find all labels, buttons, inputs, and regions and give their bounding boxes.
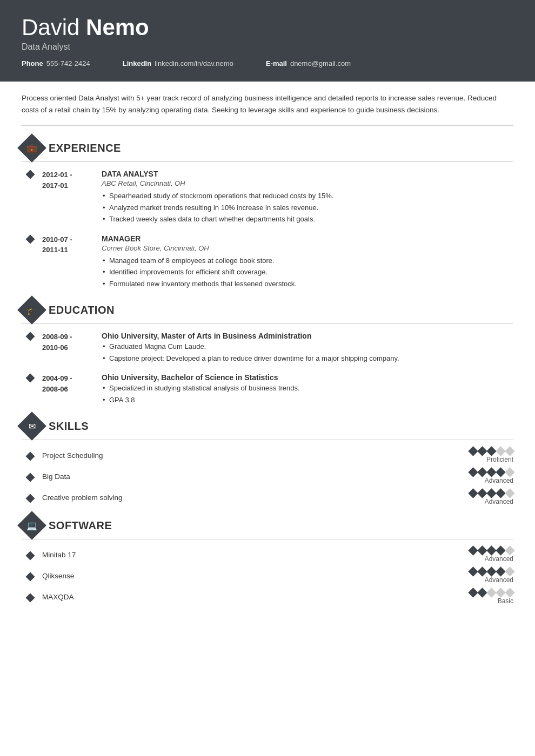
briefcase-icon: 💼 [26,143,37,153]
skill-name-0: Project Scheduling [42,451,454,460]
diamond-filled [477,489,487,498]
skill-name-1: Big Data [42,473,454,481]
diamond-filled [486,567,496,577]
bullet-item: Specialized in studying statistical anal… [102,383,513,394]
job-title-2: MANAGER [102,234,513,243]
skill-name-2: Creative problem solving [42,494,454,502]
monitor-icon: 💻 [26,521,37,531]
skill-level-2: Advanced [485,498,513,505]
phone-label: Phone [22,59,43,68]
skills-title: SKILLS [49,420,89,433]
diamond-icon [26,234,35,244]
diamond-filled [477,468,487,477]
skill-diamonds-2 [470,490,513,497]
diamond-icon [26,494,35,503]
bullet-item: Tracked weekly sales data to chart wheth… [102,214,513,225]
linkedin-value: linkedin.com/in/dav.nemo [155,59,233,68]
linkedin-label: LinkedIn [123,59,151,68]
software-entry-0: Minitab 17 Advanced [22,547,513,563]
sw-rating-1: Advanced [454,568,513,584]
edu-content-2: Ohio University, Bachelor of Science in … [102,373,513,406]
candidate-title: Data Analyst [22,42,513,52]
diamond-filled [496,468,505,477]
entry-content-1: DATA ANALYST ABC Retail, Cincinnati, OH … [102,170,513,226]
sw-diamonds-1 [470,568,513,575]
diamond-empty [496,588,505,598]
diamond-filled [496,546,505,556]
diamond-empty [505,588,514,598]
edu-bullet-2 [27,373,42,406]
first-name: David [22,15,79,40]
sw-level-2: Basic [498,597,513,605]
degree-1: Ohio University, Master of Arts in Busin… [102,332,513,340]
diamond-icon [26,593,35,603]
software-header: 💻 SOFTWARE [22,515,513,539]
sw-diamonds-2 [470,589,513,596]
diamond-filled [486,489,496,498]
bullet-2 [27,234,42,291]
diamond-empty [505,468,514,477]
sw-diamonds-0 [470,547,513,554]
bullet-item: Analyzed market trends resulting in 10% … [102,202,513,213]
experience-header: 💼 EXPERIENCE [22,138,513,162]
date-end-2: 2011-11 [42,245,102,255]
bullet-item: Spearheaded study of stockroom operation… [102,191,513,201]
sw-bullet-2 [27,593,42,601]
diamond-empty [486,588,496,598]
diamond-filled [496,489,505,498]
edu-bullets-1: Graduated Magna Cum Laude. Capstone proj… [102,341,513,363]
experience-entry-2: 2010-07 - 2011-11 MANAGER Corner Book St… [22,234,513,291]
experience-icon: 💼 [17,134,46,163]
skill-entry-0: Project Scheduling Proficient [22,448,513,463]
summary-text: Process oriented Data Analyst with 5+ ye… [22,92,513,126]
sw-rating-0: Advanced [454,547,513,563]
software-icon: 💻 [17,511,46,541]
phone-value: 555-742-2424 [46,59,90,68]
skill-bullet-2 [27,494,42,502]
diamond-icon [26,170,35,179]
skills-section: ✉ SKILLS Project Scheduling Proficient [22,416,513,505]
experience-section: 💼 EXPERIENCE 2012-01 - 2017-01 DATA ANAL… [22,138,513,290]
diamond-filled [486,546,496,556]
diamond-icon [26,572,35,582]
skill-rating-2: Advanced [454,490,513,505]
sw-level-1: Advanced [485,576,513,584]
date-start-2: 2010-07 - [42,234,102,245]
date-2: 2010-07 - 2011-11 [42,234,102,291]
email-label: E-mail [266,59,287,68]
diamond-empty [505,489,514,498]
bullet-item: GPA 3.8 [102,395,513,406]
hand-icon: ✉ [29,421,36,431]
bullet-item: Managed team of 8 employees at college b… [102,255,513,266]
contact-phone: Phone 555-742-2424 [22,59,90,68]
software-entry-2: MAXQDA Basic [22,589,513,605]
skill-level-1: Advanced [485,477,513,484]
contact-info: Phone 555-742-2424 LinkedIn linkedin.com… [22,59,513,70]
diamond-filled [468,567,478,577]
edu-date-start-1: 2008-09 - [42,332,102,342]
skills-icon: ✉ [17,412,46,441]
company-2: Corner Book Store, Cincinnati, OH [102,244,513,252]
resume-header: David Nemo Data Analyst Phone 555-742-24… [0,0,535,82]
degree-2: Ohio University, Bachelor of Science in … [102,373,513,382]
date-end-1: 2017-01 [42,180,102,191]
diamond-empty [505,447,514,456]
skill-rating-0: Proficient [454,448,513,463]
edu-date-start-2: 2004-09 - [42,373,102,384]
contact-email: E-mail dnemo@gmail.com [266,59,351,68]
company-1: ABC Retail, Cincinnati, OH [102,179,513,187]
bullets-1: Spearheaded study of stockroom operation… [102,191,513,225]
bullet-1 [27,170,42,226]
diamond-icon [26,551,35,561]
bullet-item: Formulated new inventory methods that le… [102,279,513,289]
diamond-empty [505,567,514,577]
education-header: 🎓 EDUCATION [22,300,513,324]
edu-bullet-1 [27,332,42,364]
skill-bullet-1 [27,473,42,481]
education-entry-2: 2004-09 - 2008-06 Ohio University, Bache… [22,373,513,406]
diamond-filled [486,468,496,477]
entry-content-2: MANAGER Corner Book Store, Cincinnati, O… [102,234,513,291]
education-icon: 🎓 [17,296,46,325]
diamond-filled [468,468,478,477]
skill-entry-1: Big Data Advanced [22,469,513,484]
